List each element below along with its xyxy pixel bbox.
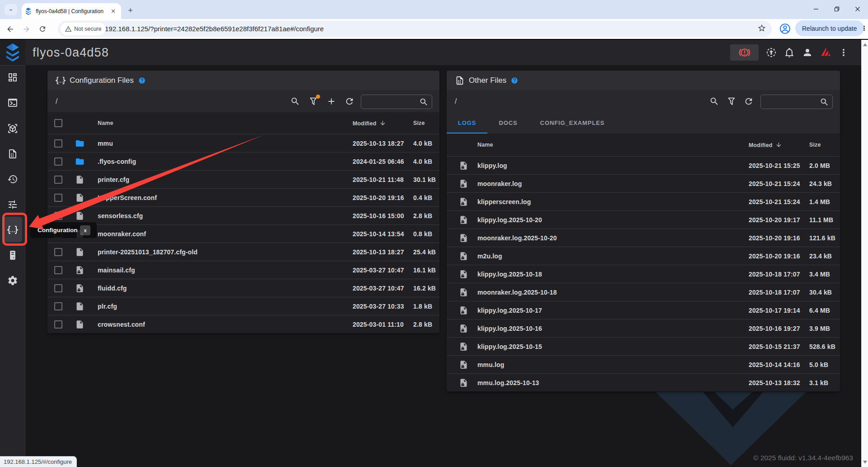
- add-file-button[interactable]: [322, 92, 340, 110]
- refresh-files-button[interactable]: [740, 92, 757, 110]
- bookmark-star-button[interactable]: [757, 24, 766, 33]
- help-button[interactable]: [138, 77, 146, 84]
- app-bar-actions: [730, 40, 853, 65]
- tab[interactable]: CONFIG_EXAMPLES: [529, 112, 616, 133]
- window-minimize-button[interactable]: [806, 0, 826, 18]
- row-checkbox[interactable]: [54, 320, 62, 329]
- plus-icon: [127, 7, 134, 14]
- tab[interactable]: DOCS: [487, 112, 528, 133]
- select-all-checkbox[interactable]: [54, 119, 62, 127]
- file-row[interactable]: printer-20251013_182707.cfg-old 2025-10-…: [47, 243, 439, 261]
- tab-close-button[interactable]: [109, 8, 117, 15]
- emergency-stop-icon: [739, 47, 750, 58]
- search-files-button[interactable]: [286, 92, 304, 110]
- row-checkbox[interactable]: [54, 139, 62, 148]
- emergency-stop-button[interactable]: [730, 44, 759, 61]
- sidebar-item-history[interactable]: [0, 167, 25, 192]
- sidebar-item-jobs[interactable]: [0, 141, 25, 167]
- column-header-modified[interactable]: Modified: [749, 142, 782, 148]
- file-search-input[interactable]: [361, 95, 432, 109]
- file-row[interactable]: klippy.log.2025-10-16 2025-10-16 19:27 3…: [447, 319, 840, 337]
- back-button[interactable]: [4, 23, 16, 35]
- file-row[interactable]: moonraker.log 2025-10-21 15:24 24.3 kB: [447, 174, 840, 192]
- refresh-files-button[interactable]: [340, 92, 359, 110]
- file-row[interactable]: m2u.log 2025-10-20 19:16 23.4 kB: [447, 247, 840, 265]
- tab[interactable]: LOGS: [447, 112, 487, 133]
- browser-menu-button[interactable]: [860, 24, 868, 32]
- file-row[interactable]: klippy.log 2025-10-21 15:25 2.0 MB: [447, 156, 840, 174]
- file-row[interactable]: klippy.log.2025-10-20 2025-10-20 19:17 1…: [447, 210, 840, 229]
- profile-button[interactable]: [779, 23, 791, 34]
- notifications-button[interactable]: [780, 43, 798, 62]
- column-header-size[interactable]: Size: [809, 142, 821, 148]
- filter-files-button[interactable]: [304, 92, 322, 110]
- file-lock-icon: [459, 360, 468, 369]
- sidebar-item-settings[interactable]: [0, 268, 25, 293]
- updates-available-button[interactable]: [762, 43, 780, 62]
- file-row[interactable]: mmu 2025-10-13 18:27 4.0 kB: [47, 134, 439, 152]
- address-bar[interactable]: Not secure 192.168.1.125/?printer=24282e…: [58, 21, 772, 37]
- file-row[interactable]: KlipperScreen.conf 2025-10-20 19:16 0.4 …: [47, 188, 439, 206]
- forward-button[interactable]: [20, 23, 32, 35]
- row-checkbox[interactable]: [54, 266, 62, 274]
- file-row[interactable]: klippy.log.2025-10-15 2025-10-15 21:37 5…: [447, 337, 840, 355]
- file-row[interactable]: klippy.log.2025-10-17 2025-10-17 19:14 6…: [447, 301, 840, 319]
- sidebar-item-gcode-preview[interactable]: [0, 116, 25, 141]
- row-checkbox[interactable]: [54, 302, 62, 310]
- window-close-button[interactable]: [847, 0, 868, 18]
- column-header-size[interactable]: Size: [413, 120, 425, 126]
- file-row[interactable]: sensorless.cfg 2025-10-16 15:00 2.8 kB: [47, 206, 439, 224]
- file-row[interactable]: mmu.log.2025-10-13 2025-10-13 18:32 3.1 …: [447, 373, 840, 391]
- column-header-name[interactable]: Name: [477, 142, 493, 148]
- file-row[interactable]: moonraker.conf 2025-10-14 13:54 0.8 kB: [47, 224, 439, 243]
- help-button[interactable]: [511, 77, 518, 84]
- user-account-button[interactable]: [798, 43, 816, 62]
- file-size: 23.4 kB: [809, 253, 832, 260]
- scroll-down-arrow[interactable]: [863, 460, 867, 464]
- browser-tab[interactable]: flyos-0a4d58 | Configuration: [22, 3, 121, 19]
- flyos-brand-button[interactable]: [816, 43, 835, 62]
- row-checkbox[interactable]: [54, 212, 62, 220]
- sidebar-item-console[interactable]: [0, 90, 25, 115]
- file-row[interactable]: moonraker.log.2025-10-18 2025-10-18 17:0…: [447, 283, 840, 301]
- file-row[interactable]: klipperscreen.log 2025-10-21 15:24 1.4 M…: [447, 192, 840, 210]
- row-checkbox[interactable]: [54, 176, 62, 184]
- fluidd-logo-button[interactable]: [0, 40, 25, 65]
- file-modified: 2025-10-13 18:32: [749, 379, 800, 386]
- app-menu-button[interactable]: [835, 43, 853, 62]
- file-row[interactable]: printer.cfg 2025-10-21 11:48 30.1 kB: [47, 170, 439, 188]
- reload-button[interactable]: [37, 23, 48, 35]
- file-row[interactable]: mmu.log 2025-10-14 14:16 5.0 kB: [447, 355, 840, 373]
- window-restore-button[interactable]: [826, 0, 847, 18]
- sidebar-item-dashboard[interactable]: [0, 65, 25, 90]
- tab-search-button[interactable]: [5, 4, 17, 15]
- file-row[interactable]: fluidd.cfg 2025-03-27 10:47 16.2 kB: [47, 279, 439, 297]
- security-chip[interactable]: Not secure: [61, 23, 105, 35]
- search-icon: [290, 96, 300, 106]
- column-header-name[interactable]: Name: [98, 120, 113, 126]
- file-size: 16.2 kB: [413, 285, 436, 292]
- row-checkbox[interactable]: [54, 194, 62, 202]
- file-row[interactable]: crowsnest.conf 2025-03-01 11:10 2.8 kB: [47, 315, 439, 333]
- sidebar-item-system[interactable]: [0, 243, 25, 268]
- search-files-button[interactable]: [706, 92, 723, 110]
- page-scrollbar[interactable]: [861, 40, 868, 467]
- file-row[interactable]: plr.cfg 2025-03-27 10:33 1.8 kB: [47, 297, 439, 315]
- file-row[interactable]: mainsail.cfg 2025-03-27 10:47 16.1 kB: [47, 261, 439, 279]
- file-modified: 2025-03-27 10:33: [353, 303, 404, 310]
- file-search-input[interactable]: [760, 95, 833, 109]
- row-checkbox[interactable]: [54, 284, 62, 292]
- file-row[interactable]: klippy.log.2025-10-18 2025-10-18 17:07 3…: [447, 265, 840, 283]
- new-tab-button[interactable]: [125, 5, 136, 15]
- tooltip-close-button[interactable]: x: [80, 225, 90, 235]
- column-header-modified[interactable]: Modified: [353, 120, 386, 127]
- file-name: printer.cfg: [98, 176, 129, 183]
- relaunch-to-update-button[interactable]: Relaunch to update: [795, 20, 864, 36]
- file-size: 528.6 kB: [809, 343, 835, 350]
- file-row[interactable]: moonraker.log.2025-10-20 2025-10-20 19:1…: [447, 229, 840, 247]
- row-checkbox[interactable]: [54, 248, 62, 256]
- filter-files-button[interactable]: [723, 92, 740, 110]
- row-checkbox[interactable]: [54, 157, 62, 166]
- scroll-up-arrow[interactable]: [863, 43, 867, 47]
- file-row[interactable]: .flyos-config 2024-01-25 06:46 4.0 kB: [47, 152, 439, 170]
